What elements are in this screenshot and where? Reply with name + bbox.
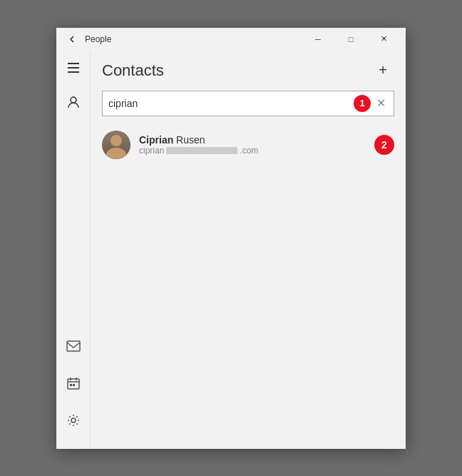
svg-point-5 <box>71 418 76 422</box>
contact-list: Ciprian Rusen ciprian.com 2 <box>91 125 406 165</box>
sidebar <box>56 51 91 449</box>
title-bar: People ─ □ ✕ <box>56 28 406 51</box>
email-suffix: .com <box>240 146 258 156</box>
maximize-button[interactable]: □ <box>334 28 367 51</box>
svg-rect-4 <box>73 384 75 386</box>
contact-email: ciprian.com <box>139 146 369 156</box>
mail-icon <box>66 340 81 352</box>
back-icon <box>68 35 76 44</box>
page-title: Contacts <box>102 61 371 80</box>
minimize-button[interactable]: ─ <box>302 28 334 51</box>
hamburger-button[interactable] <box>56 51 91 85</box>
app-title: People <box>82 34 302 44</box>
search-bar-container: 1 ✕ <box>91 91 406 125</box>
search-clear-button[interactable]: ✕ <box>374 96 388 111</box>
app-window: People ─ □ ✕ <box>56 28 406 449</box>
main-header: Contacts + <box>91 51 406 91</box>
add-contact-button[interactable]: + <box>371 59 394 82</box>
contact-item[interactable]: Ciprian Rusen ciprian.com 2 <box>96 125 400 165</box>
email-button[interactable] <box>56 329 91 363</box>
search-input[interactable] <box>108 98 351 109</box>
app-body: Contacts + 1 ✕ Ci <box>56 51 406 449</box>
sidebar-top <box>56 51 91 329</box>
settings-button[interactable] <box>56 403 91 437</box>
window-controls: ─ □ ✕ <box>302 28 400 51</box>
contact-last-name: Rusen <box>173 134 205 146</box>
avatar <box>102 131 130 159</box>
svg-rect-3 <box>70 384 72 386</box>
contact-first-name: Ciprian <box>139 134 173 146</box>
svg-point-0 <box>71 97 76 103</box>
sidebar-bottom <box>56 329 91 449</box>
back-button[interactable] <box>62 29 82 49</box>
main-content: Contacts + 1 ✕ Ci <box>91 51 406 449</box>
contact-info: Ciprian Rusen ciprian.com <box>139 134 369 156</box>
sidebar-contact-button[interactable] <box>56 85 91 119</box>
close-button[interactable]: ✕ <box>367 28 400 51</box>
contact-name: Ciprian Rusen <box>139 134 369 146</box>
calendar-button[interactable] <box>56 366 91 400</box>
hamburger-icon <box>68 63 79 73</box>
gear-icon <box>67 414 80 427</box>
person-icon <box>66 95 81 109</box>
calendar-icon <box>67 377 80 390</box>
contact-step-badge: 2 <box>374 135 394 155</box>
search-bar: 1 ✕ <box>102 91 394 116</box>
search-step-badge: 1 <box>354 95 371 112</box>
email-blurred <box>166 147 237 154</box>
svg-rect-1 <box>67 341 80 351</box>
email-prefix: ciprian <box>139 146 164 156</box>
